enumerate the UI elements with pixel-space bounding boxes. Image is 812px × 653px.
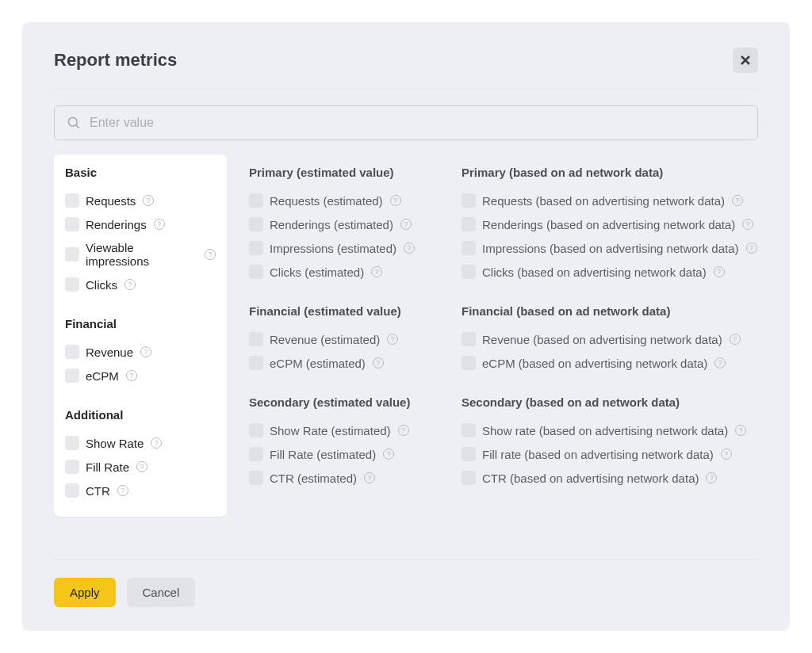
help-icon[interactable]: ? [154,219,165,230]
checkbox[interactable] [249,471,263,485]
help-icon[interactable]: ? [124,279,136,290]
help-icon[interactable]: ? [742,219,753,230]
help-icon[interactable]: ? [143,195,154,206]
metric-requests[interactable]: Requests? [65,189,216,212]
metric-ecpm-network[interactable]: eCPM (based on advertising network data)… [462,351,758,375]
checkbox[interactable] [65,247,79,262]
checkbox[interactable] [249,217,263,231]
metric-requests-estimated[interactable]: Requests (estimated)? [249,189,439,212]
metric-show-rate-network[interactable]: Show rate (based on advertising network … [462,418,758,442]
checkbox[interactable] [65,483,79,498]
metric-revenue-estimated[interactable]: Revenue (estimated)? [249,327,439,351]
checkbox[interactable] [65,277,79,292]
checkbox[interactable] [249,356,263,370]
help-icon[interactable]: ? [400,219,412,230]
checkbox[interactable] [462,217,476,231]
checkbox[interactable] [249,447,263,461]
checkbox[interactable] [462,193,476,208]
help-icon[interactable]: ? [126,370,137,381]
search-input[interactable] [90,116,746,130]
help-icon[interactable]: ? [706,472,717,483]
metric-renderings-estimated[interactable]: Renderings (estimated)? [249,212,439,236]
metric-fill-rate[interactable]: Fill Rate? [65,455,216,479]
apply-button[interactable]: Apply [54,578,116,607]
help-icon[interactable]: ? [721,449,732,460]
help-icon[interactable]: ? [732,195,743,206]
checkbox[interactable] [462,332,476,346]
metric-clicks-network[interactable]: Clicks (based on advertising network dat… [462,260,758,284]
help-icon[interactable]: ? [398,425,409,436]
help-icon[interactable]: ? [117,485,128,496]
checkbox[interactable] [249,332,263,346]
metric-renderings-network[interactable]: Renderings (based on advertising network… [462,212,758,236]
cancel-button[interactable]: Cancel [127,578,196,607]
checkbox[interactable] [462,447,476,461]
metric-ctr-network[interactable]: CTR (based on advertising network data)? [462,466,758,490]
group-secondary-estimated: Secondary (estimated value) Show Rate (e… [249,395,439,490]
metric-revenue[interactable]: Revenue? [65,340,216,364]
metric-impressions-network[interactable]: Impressions (based on advertising networ… [462,236,758,260]
checkbox[interactable] [65,460,79,474]
metric-label: Fill Rate [86,460,129,474]
metric-show-rate-estimated[interactable]: Show Rate (estimated)? [249,418,439,442]
help-icon[interactable]: ? [373,357,384,369]
help-icon[interactable]: ? [151,437,162,449]
checkbox[interactable] [65,369,79,383]
metric-ecpm[interactable]: eCPM? [65,364,216,388]
metric-label: Show Rate [86,437,144,450]
metric-label: Clicks (estimated) [270,265,364,279]
metric-revenue-network[interactable]: Revenue (based on advertising network da… [462,327,758,351]
checkbox[interactable] [462,471,476,485]
metric-ctr[interactable]: CTR? [65,479,216,502]
checkbox[interactable] [65,436,79,450]
checkbox[interactable] [249,241,263,255]
metric-fill-rate-estimated[interactable]: Fill Rate (estimated)? [249,442,439,466]
help-icon[interactable]: ? [714,266,725,277]
metric-renderings[interactable]: Renderings? [65,212,216,236]
checkbox[interactable] [65,217,79,231]
help-icon[interactable]: ? [140,346,151,357]
checkbox[interactable] [462,241,476,255]
metric-viewable-impressions[interactable]: Viewable impressions? [65,236,216,273]
metric-clicks[interactable]: Clicks? [65,273,216,296]
help-icon[interactable]: ? [714,357,726,369]
checkbox[interactable] [462,356,476,370]
help-icon[interactable]: ? [735,425,746,436]
metric-label: CTR [86,484,110,498]
search-field[interactable] [54,105,758,140]
group-title: Primary (based on ad network data) [462,166,758,179]
checkbox[interactable] [462,265,476,279]
checkbox[interactable] [249,423,263,437]
checkbox[interactable] [65,193,79,208]
checkbox[interactable] [65,345,79,359]
metric-ctr-estimated[interactable]: CTR (estimated)? [249,466,439,490]
help-icon[interactable]: ? [136,461,147,472]
help-icon[interactable]: ? [746,242,757,254]
help-icon[interactable]: ? [205,249,216,260]
metric-label: Fill Rate (estimated) [270,448,376,461]
group-primary-estimated: Primary (estimated value) Requests (esti… [249,166,439,284]
group-title: Financial [65,317,216,330]
help-icon[interactable]: ? [387,334,398,345]
help-icon[interactable]: ? [364,472,375,483]
metric-label: CTR (based on advertising network data) [482,472,699,485]
help-icon[interactable]: ? [730,334,741,345]
metric-label: CTR (estimated) [270,472,357,485]
help-icon[interactable]: ? [404,242,415,254]
help-icon[interactable]: ? [383,449,394,460]
metric-fill-rate-network[interactable]: Fill rate (based on advertising network … [462,442,758,466]
help-icon[interactable]: ? [371,266,382,277]
panel-footer: Apply Cancel [54,559,758,607]
metric-label: Revenue (estimated) [270,333,380,346]
close-button[interactable] [733,48,758,73]
metric-label: eCPM [86,369,119,383]
checkbox[interactable] [249,265,263,279]
metric-requests-network[interactable]: Requests (based on advertising network d… [462,189,758,212]
metric-impressions-estimated[interactable]: Impressions (estimated)? [249,236,439,260]
checkbox[interactable] [249,193,263,208]
checkbox[interactable] [462,423,476,437]
metric-show-rate[interactable]: Show Rate? [65,431,216,455]
help-icon[interactable]: ? [390,195,401,206]
metric-ecpm-estimated[interactable]: eCPM (estimated)? [249,351,439,375]
metric-clicks-estimated[interactable]: Clicks (estimated)? [249,260,439,284]
